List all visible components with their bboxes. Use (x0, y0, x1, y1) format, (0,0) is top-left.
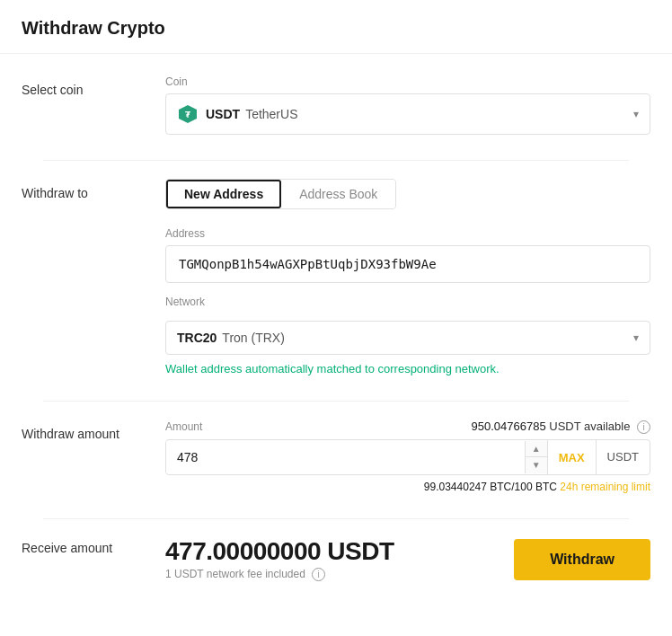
coin-field-label: Coin (165, 75, 650, 88)
stepper-down-btn[interactable]: ▼ (526, 457, 547, 473)
network-hint: Wallet address automatically matched to … (165, 362, 650, 375)
amount-header: Amount 950.04766785 USDT available i (165, 420, 650, 434)
divider-1 (43, 160, 629, 161)
network-code: TRC20 (177, 331, 217, 345)
withdraw-button[interactable]: Withdraw (514, 539, 650, 580)
address-input[interactable] (165, 245, 650, 283)
amount-currency-label: USDT (596, 440, 650, 474)
fee-text: 1 USDT network fee included (165, 568, 305, 580)
page-header: Withdraw Crypto (0, 0, 672, 54)
amount-field-label: Amount (165, 420, 202, 433)
receive-amount-label: Receive amount (22, 537, 165, 555)
amount-input[interactable] (166, 441, 525, 473)
select-coin-content: Coin ₮ USDT TetherUS ▾ (165, 75, 650, 135)
usdt-icon: ₮ (177, 103, 199, 125)
withdraw-to-content: New Address Address Book Address Network… (165, 179, 650, 375)
amount-available: 950.04766785 USDT available i (471, 420, 650, 434)
available-currency: USDT (549, 420, 580, 433)
page-container: Withdraw Crypto Select coin Coin ₮ USDT … (0, 0, 672, 636)
withdraw-amount-label: Withdraw amount (22, 420, 165, 441)
receive-amount-value: 477.00000000 USDT (165, 537, 394, 566)
page-title: Withdraw Crypto (22, 18, 650, 39)
coin-dropdown-arrow: ▾ (633, 108, 639, 120)
withdraw-amount-content: Amount 950.04766785 USDT available i ▲ ▼… (165, 420, 650, 493)
limit-remaining: 24h remaining limit (560, 481, 650, 493)
receive-amount-currency: USDT (327, 537, 393, 565)
divider-3 (43, 518, 629, 519)
receive-fee-note: 1 USDT network fee included i (165, 568, 394, 581)
withdraw-amount-row: Withdraw amount Amount 950.04766785 USDT… (22, 420, 650, 493)
divider-2 (43, 401, 629, 402)
limit-info: 99.03440247 BTC/100 BTC 24h remaining li… (165, 481, 650, 493)
receive-amount-content: 477.00000000 USDT 1 USDT network fee inc… (165, 537, 650, 581)
available-info-icon[interactable]: i (637, 420, 650, 434)
stepper-up-btn[interactable]: ▲ (526, 441, 547, 457)
tab-new-address[interactable]: New Address (166, 180, 281, 208)
amount-input-row: ▲ ▼ MAX USDT (165, 439, 650, 475)
available-suffix: available (584, 420, 630, 433)
network-field-wrap: Network TRC20 Tron (TRX) ▾ Wallet addres… (165, 296, 650, 375)
receive-amount-num: 477.00000000 (165, 537, 321, 565)
address-field-label: Address (165, 227, 650, 240)
network-name: Tron (TRX) (222, 331, 284, 345)
coin-fullname: TetherUS (245, 107, 297, 121)
form-body: Select coin Coin ₮ USDT TetherUS ▾ (0, 54, 672, 603)
amount-stepper[interactable]: ▲ ▼ (525, 441, 547, 473)
withdraw-to-row: Withdraw to New Address Address Book Add… (22, 179, 650, 375)
fee-info-icon[interactable]: i (312, 568, 325, 581)
coin-dropdown[interactable]: ₮ USDT TetherUS ▾ (165, 93, 650, 135)
receive-amount-row: Receive amount 477.00000000 USDT 1 USDT … (22, 537, 650, 581)
coin-symbol: USDT (206, 107, 240, 121)
receive-amount-block: 477.00000000 USDT 1 USDT network fee inc… (165, 537, 394, 581)
network-dropdown-arrow: ▾ (633, 331, 639, 344)
network-dropdown[interactable]: TRC20 Tron (TRX) ▾ (165, 321, 650, 355)
tab-address-book[interactable]: Address Book (281, 180, 395, 208)
svg-text:₮: ₮ (185, 110, 191, 119)
select-coin-row: Select coin Coin ₮ USDT TetherUS ▾ (22, 75, 650, 135)
network-field-label: Network (165, 296, 650, 308)
limit-num: 99.03440247 BTC/100 BTC (424, 481, 557, 493)
available-num: 950.04766785 (471, 420, 545, 433)
withdraw-to-label: Withdraw to (22, 179, 165, 200)
select-coin-label: Select coin (22, 75, 165, 97)
max-button[interactable]: MAX (547, 440, 596, 474)
address-tab-group: New Address Address Book (165, 179, 396, 209)
